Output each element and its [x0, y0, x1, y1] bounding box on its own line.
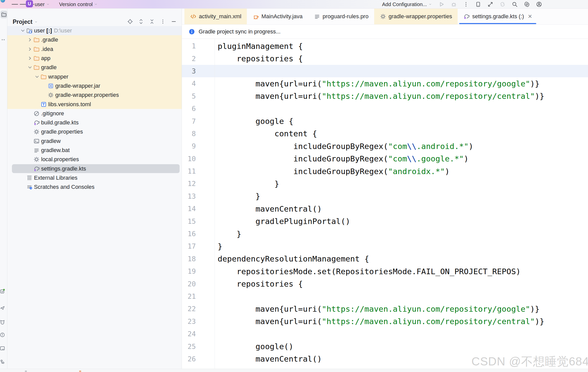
kebab-icon[interactable] — [463, 1, 469, 8]
tree-item-label: settings.gradle.kts — [41, 165, 88, 172]
android-studio-logo-icon — [1, 0, 5, 3]
tab-label: gradle-wrapper.properties — [389, 13, 452, 20]
code-editor[interactable]: 1pluginManagement {2 repositories {34 ma… — [182, 39, 588, 369]
device-icon[interactable] — [475, 1, 481, 8]
code-line[interactable]: 7 google { — [182, 115, 588, 127]
line-number: 21 — [182, 292, 196, 300]
code-line[interactable]: 8 content { — [182, 127, 588, 140]
pull-request-icon[interactable] — [0, 304, 6, 311]
tree-item-gradle-wrapper-properties[interactable]: gradle-wrapper.properties — [7, 90, 182, 100]
code-text: google() — [218, 342, 293, 351]
tree-item-app[interactable]: app — [7, 54, 182, 63]
profiler-cat-icon[interactable] — [0, 318, 6, 326]
problems-icon[interactable] — [0, 331, 6, 339]
textfile-icon — [33, 147, 40, 154]
services-icon[interactable] — [0, 358, 6, 365]
line-number: 7 — [182, 117, 196, 125]
tab-gradle-wrapper-properties[interactable]: gradle-wrapper.properties — [374, 9, 458, 24]
code-line[interactable]: 24 — [182, 328, 588, 340]
code-line[interactable]: 6 — [182, 102, 588, 115]
code-line[interactable]: 1pluginManagement { — [182, 40, 588, 52]
tree-item-gradlew[interactable]: gradlew — [7, 137, 182, 146]
run-icon[interactable] — [438, 1, 445, 8]
run-configurations-dropdown[interactable]: Add Configuration... — [382, 0, 432, 9]
expand-all-icon[interactable] — [138, 18, 144, 25]
tree-item-label: libs.versions.toml — [48, 101, 93, 108]
tree-item--gradle[interactable]: .gradle — [7, 35, 182, 44]
code-line[interactable]: 16 } — [182, 228, 588, 240]
project-panel-toolbar — [127, 18, 177, 25]
stripe-more-dots[interactable]: •• — [2, 38, 5, 42]
code-line[interactable]: 4 maven{url=uri("https://maven.aliyun.co… — [182, 77, 588, 90]
tree-item-scratches-and-consoles[interactable]: Scratches and Consoles — [7, 182, 182, 192]
search-icon[interactable] — [511, 1, 518, 8]
tab-settings-gradle-kts-[interactable]: settings.gradle.kts (:)✕ — [458, 9, 538, 24]
more-kebab-icon[interactable] — [160, 18, 166, 25]
code-line[interactable]: 22 maven{url=uri("https://maven.aliyun.c… — [182, 303, 588, 315]
android-studio-window: U user Version control Add Configuration… — [0, 0, 588, 372]
code-line[interactable]: 3 — [182, 65, 588, 77]
chevron-spacer — [27, 165, 33, 172]
tree-item-settings-gradle-kts[interactable]: settings.gradle.kts — [7, 164, 182, 173]
settings-gear-icon[interactable] — [524, 1, 530, 8]
code-line[interactable]: 14 mavenCentral() — [182, 202, 588, 215]
tree-item-build-gradle-kts[interactable]: build.gradle.kts — [7, 118, 182, 127]
project-tool-button[interactable] — [1, 11, 7, 18]
code-line[interactable]: 15 gradlePluginPortal() — [182, 215, 588, 227]
code-line[interactable]: 11 includeGroupByRegex("androidx.*") — [182, 165, 588, 177]
sync-notification-banner: Gradle project sync in progress... — [182, 25, 588, 39]
tree-item--gitignore[interactable]: .gitignore — [7, 109, 182, 118]
tree-item-label: build.gradle.kts — [41, 119, 80, 126]
tree-item-wrapper[interactable]: wrapper — [7, 72, 182, 81]
code-line[interactable]: 9 includeGroupByRegex("com\\.android.*") — [182, 140, 588, 152]
tree-item-external-libraries[interactable]: External Libraries — [7, 173, 182, 182]
gear-icon — [380, 13, 386, 20]
code-line[interactable]: 25 google() — [182, 340, 588, 352]
code-line[interactable]: 13 } — [182, 190, 588, 202]
code-line[interactable]: 17} — [182, 240, 588, 252]
tree-item-local-properties[interactable]: local.properties — [7, 155, 182, 164]
tree-item--idea[interactable]: .idea — [7, 45, 182, 54]
tree-item-gradle-properties[interactable]: gradle.properties — [7, 127, 182, 136]
terminal-icon[interactable] — [0, 344, 6, 352]
project-panel: Project user[:]D:\user.gradle.ideaappgra… — [7, 9, 182, 369]
tree-item-gradlew-bat[interactable]: gradlew.bat — [7, 146, 182, 155]
tree-item-label: app — [41, 55, 52, 62]
tab-proguard-rules-pro[interactable]: proguard-rules.pro — [308, 9, 374, 24]
code-line[interactable]: 23 maven{url=uri("https://maven.aliyun.c… — [182, 315, 588, 328]
tab-label: settings.gradle.kts (:) — [472, 13, 524, 20]
code-text: maven{url=uri("https://maven.aliyun.com/… — [218, 91, 544, 101]
tab-mainactivity-java[interactable]: MainActivity.java — [247, 9, 308, 24]
commit-icon[interactable] — [0, 287, 6, 295]
collapse-all-icon[interactable] — [149, 18, 155, 25]
tab-activity-main-xml[interactable]: activity_main.xml — [184, 9, 247, 24]
code-line[interactable]: 2 repositories { — [182, 52, 588, 65]
code-line[interactable]: 10 includeGroupByRegex("com\\.google.*") — [182, 153, 588, 165]
sync-icon[interactable] — [499, 1, 506, 8]
debug-icon[interactable] — [451, 1, 457, 8]
tree-item-libs-versions-toml[interactable]: libs.versions.toml — [7, 100, 182, 109]
code-line[interactable]: 18dependencyResolutionManagement { — [182, 253, 588, 265]
profile-icon[interactable] — [536, 1, 542, 8]
folder-icon — [33, 55, 40, 62]
code-text: mavenCentral() — [218, 354, 322, 363]
code-line[interactable]: 20 repositories { — [182, 277, 588, 290]
tree-item-gradle-wrapper-jar[interactable]: gradle-wrapper.jar — [7, 81, 182, 90]
project-panel-title[interactable]: Project — [13, 18, 38, 25]
tree-item-gradle[interactable]: gradle — [7, 63, 182, 72]
hide-panel-icon[interactable] — [170, 18, 177, 25]
code-line[interactable]: 12 } — [182, 177, 588, 190]
code-line[interactable]: 21 — [182, 290, 588, 303]
code-line[interactable]: 19 repositoriesMode.set(RepositoriesMode… — [182, 265, 588, 277]
tree-item-label: gradle-wrapper.properties — [55, 92, 120, 98]
project-widget[interactable]: U user — [26, 0, 49, 9]
locate-target-icon[interactable] — [127, 18, 133, 25]
line-number: 15 — [182, 217, 196, 225]
gradle-icon — [463, 13, 470, 20]
tree-item-user[interactable]: user[:]D:\user — [7, 26, 182, 35]
tab-close-icon[interactable]: ✕ — [528, 13, 532, 20]
profiler-icon[interactable] — [487, 1, 494, 8]
version-control-widget[interactable]: Version control — [59, 0, 97, 9]
xml-code-icon — [190, 13, 197, 20]
code-line[interactable]: 5 maven{url=uri("https://maven.aliyun.co… — [182, 90, 588, 102]
